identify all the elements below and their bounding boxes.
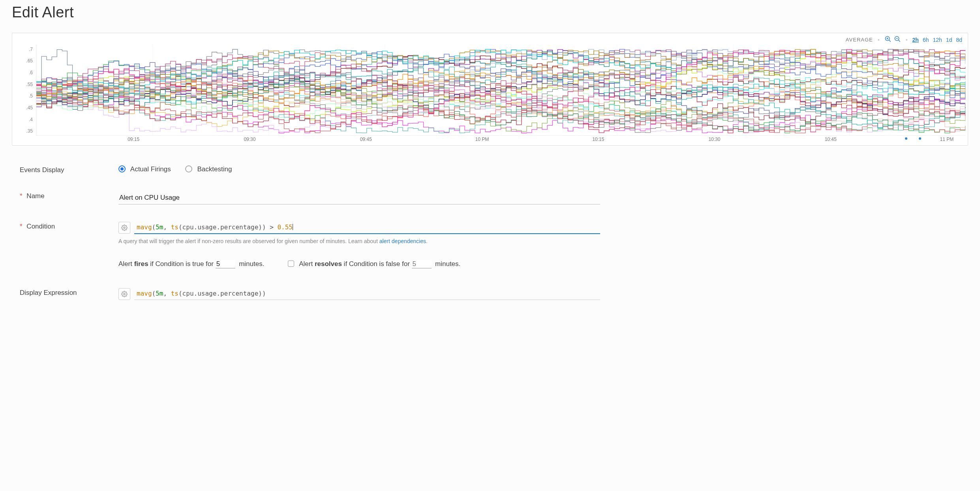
y-tick-label: .65 [26,58,33,64]
page-title: Edit Alert [12,4,968,21]
radio-icon[interactable] [185,165,192,172]
svg-point-7 [124,227,125,229]
separator-dot: • [906,37,908,43]
display-expression-input[interactable]: mavg(5m, ts(cpu.usage.percentage)) [134,288,600,300]
x-tick-label: 10 PM [475,137,489,142]
range-option-2h[interactable]: 2h [912,37,919,43]
svg-line-5 [898,40,900,42]
y-tick-label: .45 [26,105,33,111]
y-axis: .35.4.45.5.55.6.65.7 [12,45,35,136]
y-tick-label: .5 [29,93,33,99]
display-expression-label: Display Expression [12,288,118,297]
radio-backtesting[interactable]: Backtesting [185,165,232,173]
plot-area[interactable] [36,45,965,136]
range-option-8d[interactable]: 8d [956,37,962,43]
condition-label: * Condition [12,222,118,231]
zoom-in-icon[interactable] [884,36,892,44]
required-marker: * [20,223,23,230]
alert-resolves-sentence: Alert resolves if Condition is false for… [288,260,460,268]
range-option-1d[interactable]: 1d [946,37,952,43]
gear-icon [121,225,128,231]
y-tick-label: .7 [29,47,33,52]
time-range-picker: 2h6h12h1d8d [912,37,962,43]
gear-icon [121,291,128,297]
alert-dependencies-link[interactable]: alert dependencies [379,238,426,244]
svg-point-8 [124,293,125,295]
y-tick-label: .6 [29,70,33,75]
range-option-6h[interactable]: 6h [923,37,929,43]
condition-input[interactable]: mavg(5m, ts(cpu.usage.percentage)) > 0.5… [134,222,600,234]
y-tick-label: .55 [26,82,33,87]
svg-line-1 [889,40,891,42]
range-option-12h[interactable]: 12h [933,37,942,43]
x-tick-label: 10:45 [825,137,837,142]
x-tick-label: 10:15 [592,137,604,142]
y-tick-label: .4 [29,117,33,122]
required-marker: * [20,192,23,200]
x-tick-label: 11 PM [940,137,954,142]
x-tick-label: 10:30 [708,137,720,142]
chart-body[interactable]: .35.4.45.5.55.6.65.7 09:1509:3009:4510 P… [12,45,968,145]
display-expression-settings-button[interactable] [118,288,130,300]
zoom-out-icon[interactable] [894,36,901,44]
x-tick-label: 09:45 [360,137,372,142]
separator-dot: • [878,37,880,43]
condition-settings-button[interactable] [118,222,130,234]
x-tick-label: 09:15 [128,137,139,142]
radio-actual-firings[interactable]: Actual Firings [118,165,171,173]
fires-minutes-input[interactable] [216,260,235,268]
name-label: * Name [12,191,118,200]
condition-help-text: A query that will trigger the alert if n… [118,238,960,244]
radio-icon[interactable] [118,165,126,172]
chart-panel: AVERAGE • • 2h6h12h1d8d [12,33,968,146]
aggregation-label[interactable]: AVERAGE [846,37,873,43]
resolves-checkbox[interactable] [288,260,294,267]
x-axis: 09:1509:3009:4510 PM10:1510:3010:4511 PM [36,137,965,145]
y-tick-label: .35 [26,128,33,134]
resolves-minutes-input[interactable] [412,260,432,268]
chart-toolbar: AVERAGE • • 2h6h12h1d8d [12,35,968,45]
radio-label: Actual Firings [130,165,171,173]
radio-label: Backtesting [197,165,232,173]
alert-fires-sentence: Alert fires if Condition is true for min… [118,260,264,268]
event-markers [36,132,965,136]
name-input[interactable] [118,191,600,204]
x-tick-label: 09:30 [244,137,255,142]
events-display-label: Events Display [12,165,118,174]
